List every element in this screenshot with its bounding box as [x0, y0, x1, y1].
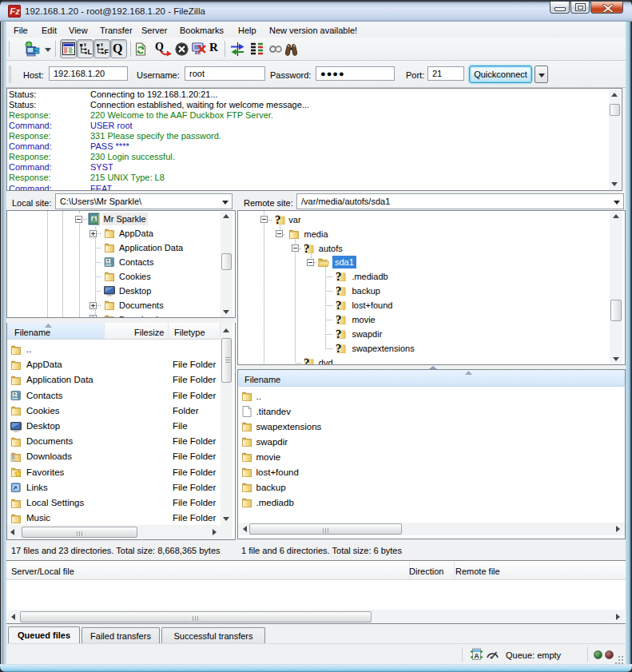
- svg-text:F: F: [105, 48, 109, 56]
- svg-text:Fz: Fz: [10, 6, 20, 16]
- svg-text:A: A: [474, 652, 479, 660]
- svg-text:L: L: [88, 48, 93, 56]
